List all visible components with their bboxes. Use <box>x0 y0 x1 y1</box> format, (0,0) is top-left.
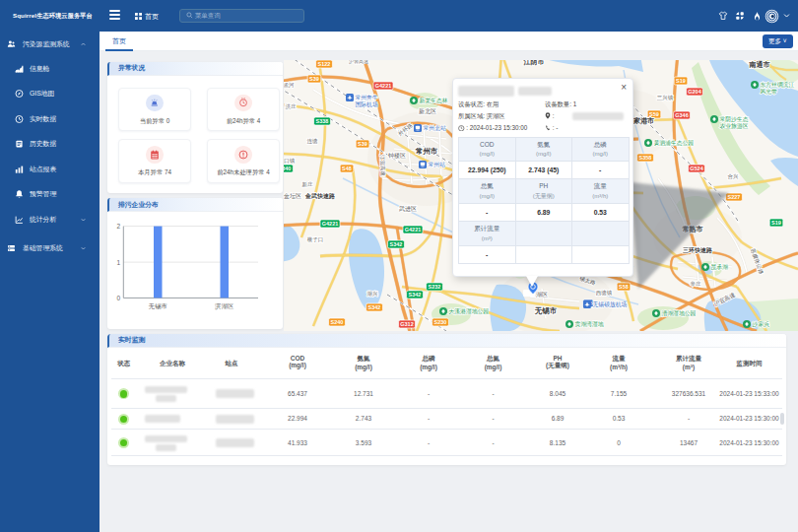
svg-text:G204: G204 <box>688 89 701 95</box>
svg-text:2: 2 <box>116 223 120 230</box>
svg-text:S39: S39 <box>358 141 367 147</box>
svg-text:G524: G524 <box>690 166 703 171</box>
svg-text:S342: S342 <box>390 241 403 247</box>
svg-text:S19: S19 <box>676 78 686 84</box>
svg-text:常州站: 常州站 <box>429 162 446 168</box>
svg-text:常州北站: 常州北站 <box>424 125 446 132</box>
svg-text:S342: S342 <box>368 304 381 310</box>
svg-text:无锡硕放机场: 无锡硕放机场 <box>593 300 628 308</box>
svg-text:连塘: 连塘 <box>307 138 319 145</box>
svg-text:农业旅游区: 农业旅游区 <box>720 122 749 130</box>
svg-text:G4221: G4221 <box>375 83 392 89</box>
svg-text:G312: G312 <box>400 321 413 327</box>
svg-text:漕湖湿地公园: 漕湖湿地公园 <box>662 309 697 317</box>
svg-text:钟楼区: 钟楼区 <box>387 152 406 159</box>
svg-text:无锡市: 无锡市 <box>149 302 167 310</box>
svg-text:湖区: 湖区 <box>536 291 548 298</box>
svg-text:S58: S58 <box>619 284 629 290</box>
svg-text:S338: S338 <box>316 118 329 124</box>
svg-text:横子口: 横子口 <box>307 236 324 243</box>
svg-text:黄泗浦生态公园: 黄泗浦生态公园 <box>654 140 695 147</box>
svg-text:S48: S48 <box>342 166 352 171</box>
svg-text:G346: G346 <box>675 112 688 118</box>
svg-text:新庄: 新庄 <box>302 181 314 187</box>
svg-text:湖兴: 湖兴 <box>366 291 379 297</box>
svg-text:三环快速路: 三环快速路 <box>683 246 713 254</box>
svg-text:新北区: 新北区 <box>419 107 436 115</box>
svg-text:新龙生态林: 新龙生态林 <box>420 98 448 103</box>
svg-text:常州奔牛: 常州奔牛 <box>356 95 378 100</box>
svg-text:沙家浜: 沙家浜 <box>753 321 770 328</box>
svg-text:闸口镇: 闸口镇 <box>284 158 296 165</box>
svg-text:大溪港湿地公园: 大溪港湿地公园 <box>449 307 490 315</box>
svg-text:南通市: 南通市 <box>749 60 770 69</box>
svg-text:S240: S240 <box>331 319 344 325</box>
svg-text:S122: S122 <box>318 61 331 67</box>
svg-text:武进区: 武进区 <box>399 205 417 213</box>
svg-text:S342: S342 <box>409 292 422 298</box>
svg-text:辛庄: 辛庄 <box>691 281 702 287</box>
svg-text:金坛区: 金坛区 <box>284 192 301 199</box>
svg-text:S39: S39 <box>309 76 319 82</box>
svg-text:S19: S19 <box>771 220 781 226</box>
svg-text:三兴镇: 三兴镇 <box>657 95 674 100</box>
svg-text:S232: S232 <box>429 284 441 290</box>
svg-text:昆承湖: 昆承湖 <box>711 263 729 271</box>
svg-text:洪庄: 洪庄 <box>286 103 298 110</box>
svg-text:S230: S230 <box>434 319 447 325</box>
svg-text:S358: S358 <box>639 155 652 161</box>
svg-text:贡湖湾湿地: 贡湖湾湿地 <box>575 320 604 328</box>
svg-text:0: 0 <box>116 295 120 301</box>
svg-text:国际机场: 国际机场 <box>356 100 378 108</box>
svg-text:孟河: 孟河 <box>284 82 295 89</box>
svg-text:1: 1 <box>116 259 120 266</box>
svg-text:G4221: G4221 <box>405 227 422 233</box>
svg-text:S340: S340 <box>284 166 291 171</box>
svg-text:G4221: G4221 <box>322 221 339 227</box>
svg-text:滨湖区: 滨湖区 <box>214 302 234 310</box>
svg-text:合兴: 合兴 <box>728 173 740 180</box>
svg-text:常州市: 常州市 <box>416 147 438 156</box>
svg-text:西塘镇: 西塘镇 <box>596 290 613 297</box>
svg-text:无锡市: 无锡市 <box>534 306 558 315</box>
svg-text:风光带: 风光带 <box>761 89 778 96</box>
svg-text:金武快速路: 金武快速路 <box>304 192 336 200</box>
svg-text:S227: S227 <box>728 194 741 200</box>
